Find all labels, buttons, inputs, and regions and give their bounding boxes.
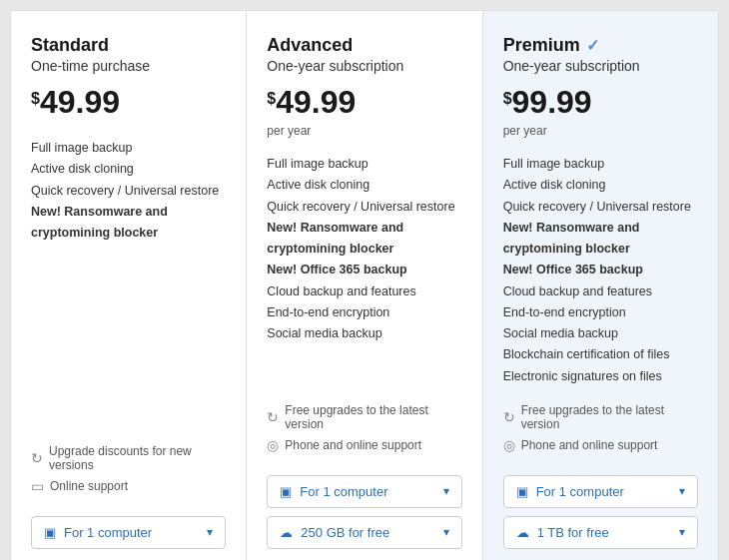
feature-item: Full image backup xyxy=(31,138,226,159)
checkmark-icon: ✓ xyxy=(586,36,599,55)
price-row-premium: $ 99.99 xyxy=(503,86,698,118)
refresh-icon: ↻ xyxy=(31,450,43,466)
extras-premium: ↻ Free upgrades to the latest version ◎ … xyxy=(503,403,698,459)
dropdown-monitor[interactable]: ▣ For 1 computer ▾ xyxy=(503,475,698,508)
dropdown-monitor[interactable]: ▣ For 1 computer ▾ xyxy=(267,475,461,508)
dropdown-label: For 1 computer xyxy=(536,484,624,499)
refresh-icon: ↻ xyxy=(503,409,515,425)
price-period: per year xyxy=(503,124,698,138)
extra-text: Free upgrades to the latest version xyxy=(285,403,461,431)
feature-item: New! Ransomware and cryptomining blocker xyxy=(267,218,461,261)
feature-item: Electronic signatures on files xyxy=(503,366,698,387)
features-list-premium: Full image backupActive disk cloningQuic… xyxy=(503,154,698,387)
price-amount: 49.99 xyxy=(40,86,120,118)
chevron-down-icon: ▾ xyxy=(679,484,685,498)
plan-type-premium: One-year subscription xyxy=(503,58,698,74)
dropdown-cloud[interactable]: ☁ 1 TB for free ▾ xyxy=(503,516,698,549)
feature-item: Quick recovery / Universal restore xyxy=(31,181,226,202)
extra-text: Free upgrades to the latest version xyxy=(521,403,698,431)
price-amount: 99.99 xyxy=(512,86,592,118)
plan-type-standard: One-time purchase xyxy=(31,58,226,74)
feature-item: Active disk cloning xyxy=(267,175,461,196)
extras-standard: ↻ Upgrade discounts for new versions ▭ O… xyxy=(31,444,226,500)
price-dollar: $ xyxy=(31,90,40,108)
dropdown-label: For 1 computer xyxy=(64,525,152,540)
extra-item: ▭ Online support xyxy=(31,478,226,494)
feature-item: Cloud backup and features xyxy=(503,281,698,302)
price-dollar: $ xyxy=(267,90,276,108)
plan-premium: Premium✓One-year subscription $ 99.99 pe… xyxy=(483,11,718,560)
feature-item: Quick recovery / Universal restore xyxy=(503,197,698,218)
price-row-advanced: $ 49.99 xyxy=(267,86,461,118)
headphone-icon: ◎ xyxy=(503,437,515,453)
feature-item: New! Office 365 backup xyxy=(503,260,698,280)
chat-icon: ▭ xyxy=(31,478,44,494)
plan-name-standard: Standard xyxy=(31,35,226,56)
extra-item: ↻ Upgrade discounts for new versions xyxy=(31,444,226,472)
extra-item: ↻ Free upgrades to the latest version xyxy=(267,403,461,431)
feature-item: Social media backup xyxy=(503,323,698,344)
extra-item: ◎ Phone and online support xyxy=(503,437,698,453)
chevron-down-icon: ▾ xyxy=(443,484,449,498)
feature-item: Full image backup xyxy=(267,154,461,175)
price-dollar: $ xyxy=(503,90,512,108)
feature-item: New! Office 365 backup xyxy=(267,260,461,280)
headphone-icon: ◎ xyxy=(267,437,279,453)
extra-item: ◎ Phone and online support xyxy=(267,437,461,453)
feature-item: Blockchain certification of files xyxy=(503,344,698,365)
refresh-icon: ↻ xyxy=(267,409,279,425)
dropdown-label: 1 TB for free xyxy=(537,525,609,540)
feature-item: Cloud backup and features xyxy=(267,281,461,302)
feature-item: End-to-end encryption xyxy=(267,302,461,323)
feature-item: New! Ransomware and cryptomining blocker xyxy=(503,218,698,261)
plan-name-advanced: Advanced xyxy=(267,35,461,56)
chevron-down-icon: ▾ xyxy=(443,525,449,539)
plan-standard: StandardOne-time purchase $ 49.99 Full i… xyxy=(11,11,247,560)
extra-text: Phone and online support xyxy=(521,438,658,452)
features-list-standard: Full image backupActive disk cloningQuic… xyxy=(31,138,226,428)
feature-item: Active disk cloning xyxy=(503,175,698,196)
plan-type-advanced: One-year subscription xyxy=(267,58,461,74)
extra-text: Upgrade discounts for new versions xyxy=(49,444,226,472)
monitor-icon: ▣ xyxy=(280,484,292,499)
price-period: per year xyxy=(267,124,461,138)
cloud-icon: ☁ xyxy=(516,525,529,540)
extra-text: Phone and online support xyxy=(285,438,421,452)
dropdown-cloud[interactable]: ☁ 250 GB for free ▾ xyxy=(267,516,461,549)
monitor-icon: ▣ xyxy=(44,525,56,540)
chevron-down-icon: ▾ xyxy=(207,525,213,539)
pricing-container: StandardOne-time purchase $ 49.99 Full i… xyxy=(10,10,719,560)
feature-item: End-to-end encryption xyxy=(503,302,698,323)
dropdown-label: For 1 computer xyxy=(300,484,387,499)
extras-advanced: ↻ Free upgrades to the latest version ◎ … xyxy=(267,403,461,459)
feature-item: Active disk cloning xyxy=(31,159,226,180)
feature-item: Full image backup xyxy=(503,154,698,175)
plan-advanced: AdvancedOne-year subscription $ 49.99 pe… xyxy=(247,11,482,560)
dropdown-label: 250 GB for free xyxy=(301,525,389,540)
feature-item: Quick recovery / Universal restore xyxy=(267,197,461,218)
extra-text: Online support xyxy=(50,479,128,493)
feature-item: Social media backup xyxy=(267,323,461,344)
cloud-icon: ☁ xyxy=(280,525,293,540)
extra-item: ↻ Free upgrades to the latest version xyxy=(503,403,698,431)
features-list-advanced: Full image backupActive disk cloningQuic… xyxy=(267,154,461,387)
plan-name-premium: Premium✓ xyxy=(503,35,698,56)
feature-item: New! Ransomware and cryptomining blocker xyxy=(31,202,226,245)
price-row-standard: $ 49.99 xyxy=(31,86,226,118)
chevron-down-icon: ▾ xyxy=(679,525,685,539)
price-amount: 49.99 xyxy=(276,86,356,118)
dropdown-monitor[interactable]: ▣ For 1 computer ▾ xyxy=(31,516,226,549)
monitor-icon: ▣ xyxy=(516,484,528,499)
